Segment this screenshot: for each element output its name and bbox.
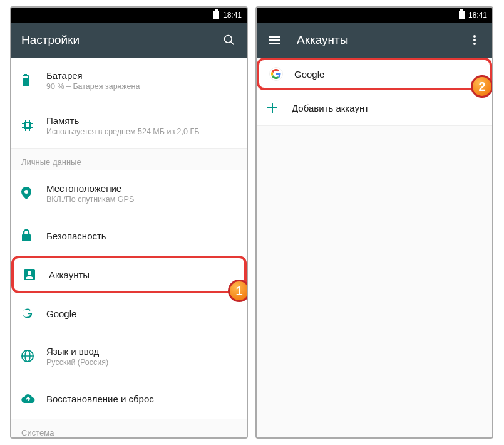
svg-point-15 [24, 190, 28, 194]
app-bar: Аккаунты [257, 23, 492, 58]
search-icon [223, 34, 235, 46]
svg-rect-6 [26, 123, 29, 127]
lock-icon [21, 229, 46, 242]
battery-icon [21, 74, 46, 86]
status-bar: 18:41 [11, 8, 247, 23]
google-label: Google [46, 308, 237, 319]
battery-icon [213, 11, 219, 19]
memory-label: Память [46, 115, 237, 126]
language-sub: Русский (Россия) [46, 358, 237, 367]
globe-icon [21, 350, 46, 362]
screen-accounts: 18:41 Аккаунты Google 2 [255, 6, 493, 439]
row-security[interactable]: Безопасность [11, 216, 247, 256]
row-account-google[interactable]: Google 2 [257, 58, 492, 90]
row-location[interactable]: Местоположение ВКЛ./По спутникам GPS [11, 170, 247, 216]
subheader-personal: Личные данные [11, 149, 247, 170]
account-icon [24, 269, 49, 280]
location-sub: ВКЛ./По спутникам GPS [46, 195, 237, 204]
screen-settings: 18:41 Настройки Батарея 90 % – Батарея з… [10, 6, 248, 439]
battery-sub: 90 % – Батарея заряжена [46, 82, 237, 91]
account-google-label: Google [294, 69, 480, 80]
app-bar: Настройки [11, 23, 247, 58]
row-google[interactable]: Google [11, 293, 247, 333]
svg-rect-4 [23, 76, 28, 78]
status-bar: 18:41 [257, 8, 492, 23]
memory-icon [21, 119, 46, 132]
row-language[interactable]: Язык и ввод Русский (Россия) [11, 333, 247, 379]
row-add-account[interactable]: Добавить аккаунт [257, 90, 492, 125]
search-button[interactable] [222, 33, 237, 48]
more-icon [473, 35, 476, 45]
row-battery[interactable]: Батарея 90 % – Батарея заряжена [11, 58, 247, 103]
add-account-label: Добавить аккаунт [292, 103, 482, 113]
accounts-list[interactable]: Google 2 Добавить аккаунт [257, 58, 492, 437]
settings-list[interactable]: Батарея 90 % – Батарея заряжена Память И… [11, 58, 247, 437]
location-icon [21, 187, 46, 199]
google-icon [21, 307, 46, 320]
memory-sub: Используется в среднем 524 МБ из 2,0 ГБ [46, 127, 237, 136]
status-time: 18:41 [223, 11, 242, 19]
divider [257, 125, 492, 126]
row-memory[interactable]: Память Используется в среднем 524 МБ из … [11, 103, 247, 148]
subheader-system: Система [11, 419, 247, 437]
backup-label: Восстановление и сброс [46, 394, 237, 404]
overflow-button[interactable] [467, 33, 482, 48]
battery-label: Батарея [46, 70, 237, 81]
row-backup[interactable]: Восстановление и сброс [11, 379, 247, 419]
step-badge-2: 2 [471, 75, 492, 98]
drawer-button[interactable] [267, 33, 282, 48]
accounts-label: Аккаунты [49, 270, 234, 280]
plus-icon [267, 102, 292, 113]
battery-icon [459, 11, 465, 19]
location-label: Местоположение [46, 183, 237, 194]
backup-icon [21, 394, 46, 404]
status-time: 18:41 [468, 11, 487, 19]
page-title: Настройки [21, 33, 207, 47]
google-logo-icon [269, 67, 294, 81]
language-label: Язык и ввод [46, 346, 237, 357]
security-label: Безопасность [46, 231, 237, 241]
svg-rect-3 [24, 74, 27, 76]
svg-rect-16 [22, 234, 31, 241]
page-title: Аккаунты [297, 33, 452, 47]
svg-point-18 [28, 271, 31, 275]
hamburger-icon [269, 36, 280, 44]
svg-point-0 [225, 36, 232, 43]
row-accounts[interactable]: Аккаунты 1 [11, 256, 247, 293]
step-badge-1: 1 [228, 280, 247, 302]
svg-line-1 [231, 42, 234, 45]
